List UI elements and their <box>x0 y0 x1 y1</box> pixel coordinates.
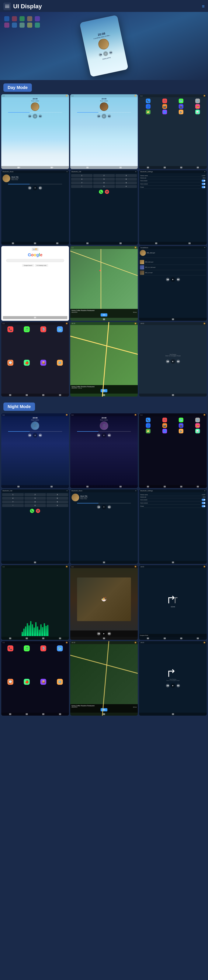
night-app-music[interactable]: 🎵 <box>162 418 167 422</box>
night-btc-3[interactable]: 3 <box>46 493 68 496</box>
day-cp3-next[interactable]: ▶▶ <box>176 360 180 363</box>
night-video-prev[interactable]: ◀◀ <box>97 632 100 635</box>
night-bts-answer-toggle[interactable] <box>202 499 205 501</box>
night-btc-hash[interactable]: # <box>46 504 68 507</box>
night-cp1-apple[interactable]: 🍎 <box>24 679 30 685</box>
night-m2-next[interactable]: ▶▶ <box>108 434 111 437</box>
day-cp3-prev[interactable]: ◀◀ <box>166 360 169 363</box>
night-app-cam[interactable]: 📷 <box>162 423 167 428</box>
night-btc-close[interactable]: ✕ <box>66 490 68 492</box>
day-cp1-b4[interactable] <box>59 394 61 396</box>
day-btm-b3[interactable] <box>56 242 58 244</box>
app-files[interactable]: 📁 <box>146 110 150 114</box>
hero-tab-apps[interactable]: APPS <box>107 57 111 59</box>
menu-icon[interactable] <box>3 3 11 10</box>
night-eq-b1[interactable] <box>9 638 11 639</box>
cp1-phone[interactable]: 📞 <box>8 326 13 332</box>
day-m1-b2[interactable]: APPS <box>50 167 53 169</box>
day-btc-b1[interactable] <box>87 242 88 244</box>
day-btc-end[interactable]: 📵 <box>105 190 109 194</box>
day-m2-next[interactable]: ▶▶ <box>108 115 111 118</box>
night-app-phone[interactable]: 📞 <box>146 418 150 422</box>
hero-play-btn[interactable]: ⏸ <box>103 51 109 56</box>
night-video-play[interactable]: ▶ <box>102 632 106 636</box>
day-bts-b1[interactable] <box>155 242 157 244</box>
day-m1-next[interactable]: ▶▶ <box>39 115 42 118</box>
night-btm-close[interactable]: ✕ <box>135 490 137 492</box>
day-cp3-play[interactable]: ▶ <box>171 359 175 364</box>
night-cp1-b4[interactable] <box>59 713 61 715</box>
night-cp2-b1[interactable] <box>103 713 105 715</box>
social-item-2[interactable]: 华乐_21_518.mp3 <box>140 265 206 270</box>
app-music[interactable]: 🎵 <box>162 99 167 103</box>
night-btc-6[interactable]: 6 <box>46 497 68 500</box>
day-btc-1[interactable]: 1 <box>71 174 93 177</box>
cp1-settings[interactable]: ⚙️ <box>57 360 63 366</box>
night-app-web[interactable]: 🌐 <box>162 429 167 433</box>
night-btc-9[interactable]: 9 <box>46 500 68 503</box>
night-road-b4[interactable] <box>197 638 199 639</box>
day-navi-go[interactable]: GO <box>101 313 107 317</box>
day-btc-star[interactable]: * <box>71 185 93 188</box>
day-m2-prev[interactable]: ◀◀ <box>97 115 100 118</box>
night-m2-b2[interactable] <box>120 486 121 487</box>
app-settings[interactable]: ⚙️ <box>195 99 200 103</box>
day-social-play[interactable]: ▶ <box>171 277 175 282</box>
night-btc-5[interactable]: 5 <box>24 497 46 500</box>
hero-prev-btn[interactable]: ◀◀ <box>98 53 102 57</box>
cp1-podcasts[interactable]: 🎙️ <box>40 326 46 332</box>
night-road-b3[interactable] <box>180 638 182 639</box>
day-bts-connect-toggle[interactable] <box>202 183 205 185</box>
day-social-next[interactable]: ▶▶ <box>176 278 180 281</box>
night-eq-b2[interactable] <box>26 638 28 639</box>
day-navi-b1[interactable] <box>103 318 105 320</box>
night-app-maps[interactable]: 🗺️ <box>179 418 183 422</box>
night-cp1-podcasts[interactable]: 🎙️ <box>40 645 46 651</box>
night-app-bt[interactable]: 🔵 <box>146 423 150 428</box>
day-apps-b3[interactable] <box>180 167 182 169</box>
night-btc-star[interactable]: * <box>2 504 24 507</box>
night-cp2-go[interactable]: GO <box>101 708 107 711</box>
night-m2-prev[interactable]: ◀◀ <box>97 434 100 437</box>
night-btm-next[interactable]: ▶▶ <box>108 505 111 509</box>
night-app-files[interactable]: 📁 <box>146 429 150 433</box>
hero-next-btn[interactable]: ▶▶ <box>109 51 113 55</box>
night-m1-next[interactable]: ▶▶ <box>39 434 42 437</box>
day-social-prev[interactable]: ◀◀ <box>166 278 169 281</box>
night-cp1-maps[interactable]: 🗺️ <box>57 645 63 651</box>
night-app-radio[interactable]: 📻 <box>195 423 200 428</box>
day-m1-b1[interactable]: EMAIL <box>17 167 19 169</box>
google-search-bar[interactable] <box>6 259 64 262</box>
day-m2-b2[interactable] <box>120 167 121 169</box>
day-btm-next[interactable]: ▶▶ <box>39 186 42 190</box>
night-m2-play[interactable]: ⏸ <box>102 433 106 438</box>
day-btc-4[interactable]: 4 <box>71 178 93 181</box>
day-btm-prev[interactable]: ◀◀ <box>28 186 32 190</box>
day-cp2-go[interactable]: GO <box>101 389 107 392</box>
night-bts-connect-toggle[interactable] <box>202 502 205 504</box>
night-video-b1[interactable] <box>103 638 105 639</box>
day-btm-close[interactable]: ✕ <box>66 171 68 173</box>
day-btc-9[interactable]: 9 <box>115 181 137 185</box>
night-btc-b1[interactable] <box>34 562 36 563</box>
day-social-b1[interactable] <box>172 318 174 320</box>
night-bts-close[interactable]: ✕ <box>204 490 205 492</box>
cp1-apple[interactable]: 🍎 <box>24 360 30 366</box>
night-apps-b3[interactable] <box>180 486 182 487</box>
night-cp1-messages[interactable]: 💬 <box>8 679 13 685</box>
day-btc-7[interactable]: 7 <box>71 181 93 185</box>
app-video[interactable]: 🎬 <box>179 104 183 109</box>
social-item-1[interactable]: 华乐_019.mp4 <box>140 259 206 265</box>
night-app-stats[interactable]: 📊 <box>195 429 200 433</box>
day-btc-5[interactable]: 5 <box>93 178 115 181</box>
night-video-next[interactable]: ▶▶ <box>108 632 111 635</box>
day-btc-close[interactable]: ✕ <box>135 171 137 173</box>
night-m1-b2[interactable] <box>50 486 53 487</box>
night-cp1-music[interactable]: 🎵 <box>24 645 30 651</box>
day-btc-hash[interactable]: # <box>115 185 137 188</box>
google-lucky-btn[interactable]: I'm Feeling Lucky <box>35 264 48 267</box>
night-cp1-appstore[interactable]: 📦 <box>40 679 46 685</box>
cp1-maps[interactable]: 🗺️ <box>57 326 63 332</box>
day-btc-8[interactable]: 8 <box>93 181 115 185</box>
night-btm-play[interactable]: ⏸ <box>102 505 106 509</box>
